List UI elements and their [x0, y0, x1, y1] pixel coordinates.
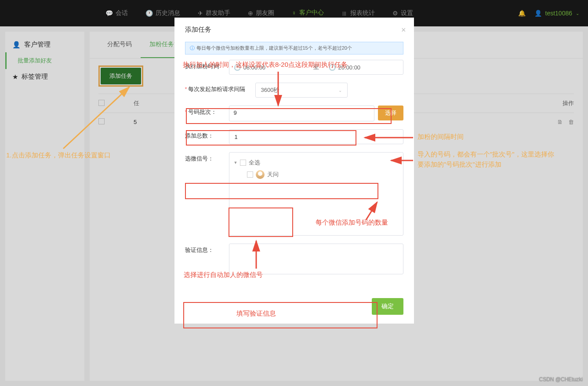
verify-input[interactable]: [229, 244, 403, 274]
wechat-tree: ▼ 全选 天问: [229, 152, 403, 236]
avatar-icon: [256, 170, 265, 179]
close-icon[interactable]: ×: [401, 25, 406, 35]
watermark: CSDN @CHEtuzki: [539, 376, 583, 382]
select-all-label: 全选: [249, 159, 260, 167]
wechat-label: 选微信号：: [185, 152, 229, 163]
add-task-modal: 添加任务 × ⓘ 每日每个微信号加粉数量有上限，建议新号不超过15个，老号不超过…: [174, 18, 414, 324]
total-input[interactable]: [229, 129, 403, 144]
tree-toggle-icon[interactable]: ▼: [234, 160, 238, 165]
info-icon: ⓘ: [190, 45, 195, 51]
verify-label: 验证信息：: [185, 244, 229, 254]
clock-icon: 🕐: [234, 64, 241, 71]
chevron-down-icon: ⌄: [338, 88, 342, 93]
total-label: 添加总数：: [185, 129, 229, 140]
time-end: 20:00:00: [338, 64, 361, 71]
batch-value: 9: [234, 109, 237, 116]
checkbox-account[interactable]: [247, 171, 253, 178]
interval-select[interactable]: 3600秒 ⌄: [255, 83, 348, 98]
checkbox-select-all[interactable]: [240, 160, 246, 166]
info-banner: ⓘ 每日每个微信号加粉数量有上限，建议新号不超过15个，老号不超过20个: [185, 42, 403, 55]
account-name: 天问: [267, 171, 279, 178]
time-separator: 至: [308, 63, 324, 71]
annotation-verify: 填写验证信息: [236, 310, 276, 318]
modal-overlay: 添加任务 × ⓘ 每日每个微信号加粉数量有上限，建议新号不超过15个，老号不超过…: [0, 0, 588, 386]
time-start: 08:00:00: [243, 64, 266, 71]
modal-title: 添加任务: [185, 25, 211, 33]
confirm-button[interactable]: 确定: [372, 298, 403, 315]
select-batch-button[interactable]: 选择: [378, 106, 403, 120]
interval-value: 3600秒: [261, 86, 279, 94]
batch-label: 号码批次：: [188, 109, 217, 115]
time-label: 执行加粉时间: [185, 60, 229, 70]
batch-input[interactable]: 9: [229, 106, 374, 121]
time-range-picker[interactable]: 🕐 08:00:00 至 🕐 20:00:00: [229, 60, 403, 75]
clock-icon: 🕐: [329, 64, 336, 71]
info-text: 每日每个微信号加粉数量有上限，建议新号不超过15个，老号不超过20个: [196, 45, 352, 51]
interval-label: 每次发起加粉请求间隔: [188, 86, 245, 92]
